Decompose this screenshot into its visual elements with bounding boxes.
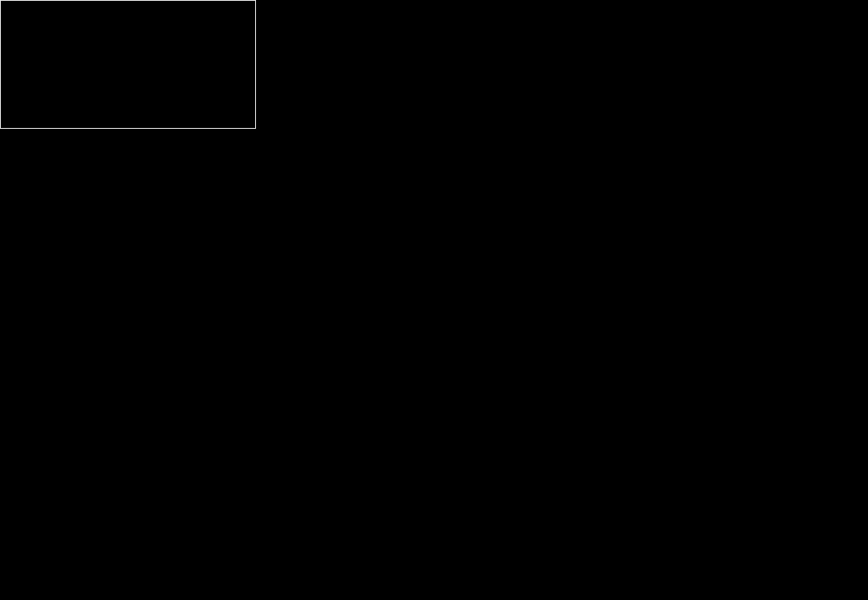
aspera-data-figure <box>0 0 868 600</box>
def-colorbar <box>0 0 254 127</box>
